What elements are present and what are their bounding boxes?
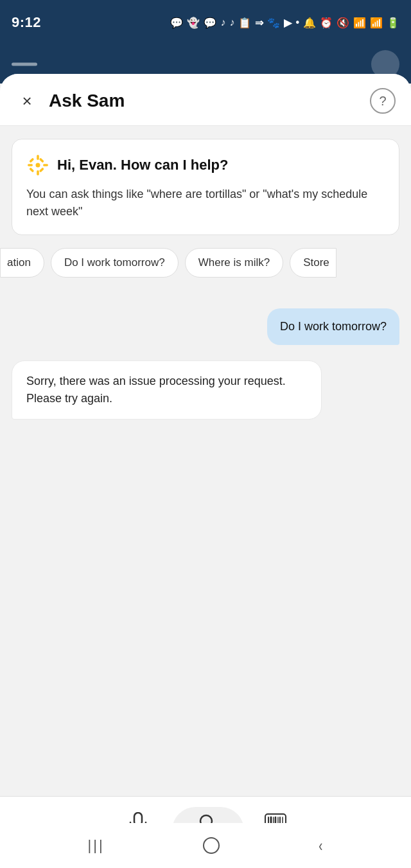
wifi-icon: 📶	[353, 17, 366, 29]
svg-point-0	[36, 163, 40, 168]
back-button[interactable]: ‹	[319, 836, 322, 856]
chip-work-tomorrow[interactable]: Do I work tomorrow?	[51, 248, 179, 278]
svg-rect-1	[37, 155, 39, 160]
messenger-icon: 💬	[204, 17, 216, 29]
status-time: 9:12	[12, 14, 41, 31]
svg-rect-4	[43, 164, 48, 166]
spacer	[12, 290, 399, 296]
welcome-header: Hi, Evan. How can I help?	[26, 154, 385, 177]
svg-rect-8	[39, 167, 44, 172]
svg-rect-2	[37, 170, 39, 175]
mute-icon: 🔇	[337, 17, 349, 29]
svg-rect-3	[28, 164, 33, 166]
modal-title: Ask Sam	[49, 91, 125, 111]
chip-store[interactable]: Store	[290, 248, 337, 278]
arrow-icon: ⇒	[255, 17, 263, 29]
close-button[interactable]: ×	[15, 89, 39, 112]
tiktok-icon1: ♪	[220, 17, 225, 28]
svg-rect-6	[39, 157, 44, 163]
bell-icon: 🔔	[303, 17, 316, 29]
welcome-body-text: You can ask things like "where are torti…	[26, 186, 385, 220]
modal-sheet: × Ask Sam ?	[0, 74, 411, 868]
chip-where-milk[interactable]: Where is milk?	[185, 248, 283, 278]
bot-bubble: Sorry, there was an issue processing you…	[12, 360, 322, 420]
signal-icon: 📶	[370, 17, 383, 29]
app-header-line	[12, 63, 37, 66]
welcome-card: Hi, Evan. How can I help? You can ask th…	[12, 139, 399, 235]
notes-icon: 📋	[238, 17, 251, 29]
help-button[interactable]: ?	[370, 88, 396, 114]
modal-header-left: × Ask Sam	[15, 89, 125, 112]
android-nav: ||| ‹	[0, 823, 411, 868]
content-area: Hi, Evan. How can I help? You can ask th…	[0, 126, 411, 796]
chips-row: ation Do I work tomorrow? Where is milk?…	[0, 245, 411, 280]
modal-header: × Ask Sam ?	[0, 74, 411, 126]
bot-message: Sorry, there was an issue processing you…	[12, 360, 399, 420]
home-button[interactable]	[203, 837, 220, 854]
dot-icon: •	[295, 17, 299, 28]
alarm-icon: ⏰	[320, 17, 333, 29]
welcome-greeting: Hi, Evan. How can I help?	[57, 157, 229, 173]
walmart-spark-icon	[26, 154, 49, 177]
chip-ation[interactable]: ation	[0, 248, 44, 278]
svg-rect-5	[29, 157, 34, 163]
chat-icon: 💬	[170, 17, 183, 29]
youtube-icon: ▶	[284, 17, 292, 29]
snap-icon: 👻	[187, 17, 200, 29]
tiktok-icon2: ♪	[229, 17, 234, 28]
svg-rect-7	[29, 167, 34, 172]
status-icons: 💬 👻 💬 ♪ ♪ 📋 ⇒ 🐾 ▶ • 🔔 ⏰ 🔇 📶 📶 🔋	[170, 17, 399, 29]
recent-apps-button[interactable]: |||	[88, 837, 105, 854]
status-bar: 9:12 💬 👻 💬 ♪ ♪ 📋 ⇒ 🐾 ▶ • 🔔 ⏰ 🔇 📶 📶 🔋	[0, 0, 411, 45]
battery-icon: 🔋	[387, 17, 399, 29]
user-message: Do I work tomorrow?	[12, 308, 399, 345]
chips-container: ation Do I work tomorrow? Where is milk?…	[0, 245, 411, 280]
paw-icon: 🐾	[267, 17, 280, 29]
user-bubble: Do I work tomorrow?	[267, 308, 399, 345]
